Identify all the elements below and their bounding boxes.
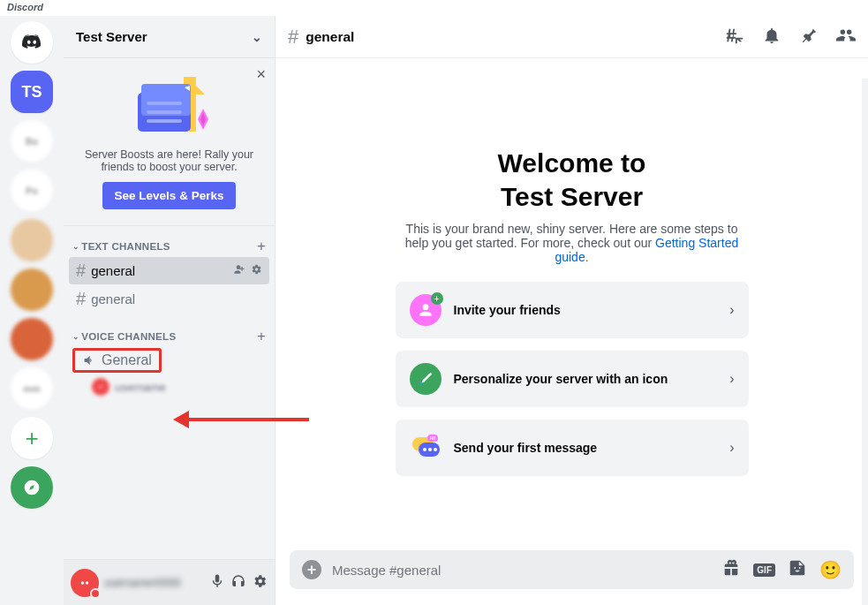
deafen-button[interactable] [230, 573, 246, 593]
close-icon[interactable]: × [256, 65, 266, 84]
message-input[interactable]: Message #general [332, 563, 711, 578]
card-label: Personalize your server with an icon [454, 372, 668, 386]
main-content: # general Welcome to Test Server This is… [275, 16, 868, 605]
server-avatar[interactable]: Po [11, 170, 53, 212]
text-channel-icon: # [288, 26, 298, 49]
username-label: username#0000 [104, 577, 204, 589]
server-rail: TS Bo Po mm + [0, 16, 64, 605]
create-channel-button[interactable]: + [257, 329, 266, 344]
voice-channels-category[interactable]: ⌄ VOICE CHANNELS + [69, 321, 269, 346]
create-invite-icon[interactable] [232, 263, 245, 278]
text-channel-general[interactable]: # general [69, 257, 269, 284]
user-panel: username#0000 [64, 559, 275, 605]
channel-name: general [91, 263, 135, 278]
card-label: Send your first message [454, 441, 598, 455]
discord-logo-icon [20, 31, 43, 54]
personalize-server-card[interactable]: Personalize your server with an icon › [396, 351, 749, 407]
svg-point-10 [102, 386, 103, 388]
text-channel-icon: # [76, 289, 86, 309]
text-channel-icon: # [76, 261, 86, 281]
create-channel-button[interactable]: + [257, 238, 266, 254]
server-name-header[interactable]: Test Server ⌄ [64, 16, 275, 58]
channel-sidebar: Test Server ⌄ × Server Boosts are here! … [64, 16, 275, 605]
voice-user-name: username [115, 381, 166, 394]
invite-icon [417, 301, 434, 319]
welcome-subtitle: This is your brand new, shiny server. He… [396, 222, 749, 264]
svg-rect-3 [147, 102, 182, 105]
category-label: TEXT CHANNELS [81, 241, 170, 252]
server-avatar[interactable] [11, 268, 53, 311]
add-server-button[interactable]: + [11, 417, 53, 459]
svg-rect-5 [147, 119, 182, 123]
discord-wordmark: Discord [0, 0, 868, 16]
svg-rect-4 [147, 110, 182, 114]
chevron-right-icon: › [729, 302, 734, 318]
see-levels-perks-button[interactable]: See Levels & Perks [102, 182, 237, 209]
svg-text:Hi!: Hi! [429, 435, 435, 441]
invite-friends-card[interactable]: + Invite your friends › [396, 282, 749, 338]
message-input-bar: + Message #general GIF 🙂 [290, 550, 854, 589]
explore-servers-button[interactable] [11, 466, 53, 509]
chevron-down-icon: ⌄ [72, 242, 79, 251]
chat-icon: Hi! [410, 432, 442, 464]
voice-user[interactable]: username [92, 378, 269, 396]
voice-channel-general[interactable]: General [72, 348, 162, 373]
attach-button[interactable]: + [302, 560, 321, 579]
member-list-icon[interactable] [836, 26, 856, 49]
sticker-picker-button[interactable] [788, 558, 807, 581]
user-settings-button[interactable] [252, 573, 268, 593]
home-button[interactable] [11, 21, 53, 64]
speaker-icon [82, 353, 96, 367]
text-channels-category[interactable]: ⌄ TEXT CHANNELS + [69, 231, 269, 256]
boost-promo: × Server Boosts are here! Rally your fri… [64, 58, 275, 226]
svg-point-15 [423, 448, 426, 451]
chevron-down-icon: ⌄ [252, 30, 262, 44]
chevron-down-icon: ⌄ [72, 332, 79, 341]
server-avatar[interactable]: Bo [11, 120, 53, 163]
card-label: Invite your friends [454, 303, 561, 317]
scrollbar-track[interactable] [862, 79, 868, 605]
chevron-right-icon: › [729, 371, 734, 387]
svg-point-17 [434, 448, 437, 451]
paint-icon [416, 369, 435, 389]
plus-icon: + [431, 292, 443, 305]
server-test-server[interactable]: TS [11, 71, 53, 113]
welcome-title: Welcome to Test Server [498, 147, 646, 213]
category-label: VOICE CHANNELS [81, 331, 176, 342]
compass-icon [23, 479, 41, 496]
user-avatar[interactable] [71, 569, 99, 597]
channel-name: General [102, 352, 152, 368]
gif-picker-button[interactable]: GIF [753, 563, 775, 577]
svg-point-9 [99, 386, 101, 388]
channel-header: # general [275, 16, 868, 58]
notifications-icon[interactable] [762, 26, 781, 49]
boost-promo-text: Server Boosts are here! Rally your frien… [74, 148, 264, 173]
text-channel-general[interactable]: # general [69, 285, 269, 313]
chevron-right-icon: › [729, 440, 734, 456]
svg-point-16 [428, 448, 432, 451]
channel-settings-icon[interactable] [250, 263, 262, 278]
dnd-status-icon [90, 588, 101, 599]
server-avatar[interactable] [11, 318, 53, 360]
pinned-messages-icon[interactable] [799, 26, 819, 49]
threads-icon[interactable] [725, 26, 744, 49]
discord-logo-icon [95, 382, 106, 392]
server-name: Test Server [76, 29, 147, 44]
server-avatar[interactable]: mm [11, 367, 53, 410]
gift-icon[interactable] [721, 558, 741, 581]
channel-title: general [306, 29, 354, 45]
channel-name: general [91, 291, 135, 306]
svg-point-12 [86, 581, 88, 584]
server-avatar[interactable] [11, 219, 53, 261]
mute-button[interactable] [209, 573, 225, 593]
boost-illustration [74, 67, 264, 143]
emoji-picker-button[interactable]: 🙂 [819, 559, 842, 580]
send-first-message-card[interactable]: Hi! Send your first message › [396, 420, 749, 476]
svg-point-11 [81, 581, 84, 584]
